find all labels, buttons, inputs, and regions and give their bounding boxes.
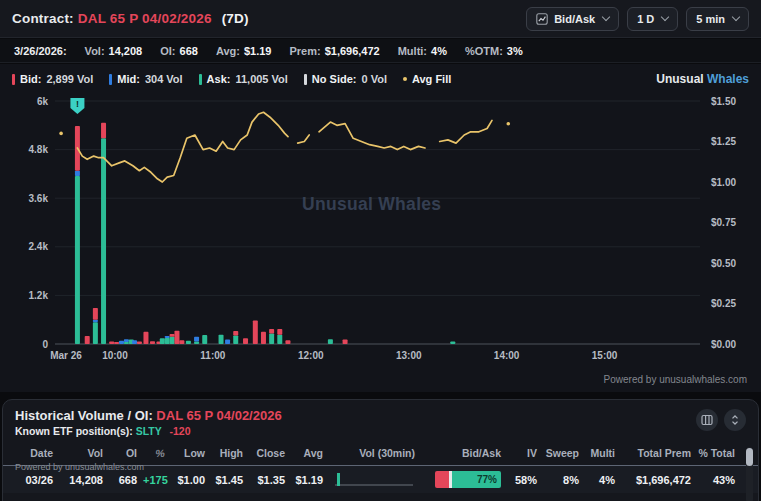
contract-value: DAL 65 P 04/02/2026 bbox=[78, 11, 212, 26]
chart-line-icon bbox=[536, 13, 548, 25]
panel-header: Historical Volume / OI: DAL 65 P 04/02/2… bbox=[3, 400, 758, 439]
svg-text:$0.00: $0.00 bbox=[711, 339, 736, 350]
table-cell: 43% bbox=[697, 474, 741, 486]
stat-value: 3% bbox=[507, 45, 523, 57]
column-header[interactable]: OI bbox=[109, 447, 143, 459]
column-header[interactable]: Vol bbox=[59, 447, 109, 459]
sort-arrows-icon bbox=[729, 414, 741, 426]
legend-swatch-icon bbox=[304, 74, 307, 85]
bid-segment bbox=[435, 471, 449, 488]
legend-label: Mid: bbox=[117, 73, 140, 85]
svg-text:Mar 26: Mar 26 bbox=[50, 350, 82, 361]
column-header[interactable]: Vol (30min) bbox=[329, 447, 421, 459]
table-cell: 03/26 bbox=[15, 474, 59, 486]
column-header[interactable]: Multi bbox=[585, 447, 621, 459]
table-cell: 58% bbox=[507, 474, 543, 486]
panel-title: Historical Volume / OI: DAL 65 P 04/02/2… bbox=[15, 408, 746, 423]
stat-value: 668 bbox=[180, 45, 198, 57]
powered-by-link-table[interactable]: Powered by unusualwhales.com bbox=[15, 462, 144, 472]
sparkline-baseline bbox=[335, 484, 413, 486]
columns-icon bbox=[701, 414, 713, 426]
stat-label: Vol: bbox=[85, 45, 105, 57]
stat-item: %OTM:3% bbox=[465, 45, 523, 57]
svg-text:11:00: 11:00 bbox=[200, 350, 225, 361]
legend-label: Bid: bbox=[20, 73, 41, 85]
vol-30min-sparkline bbox=[333, 471, 415, 489]
column-header[interactable]: Low bbox=[171, 447, 211, 459]
panel-actions bbox=[696, 409, 746, 431]
ask-segment: 77% bbox=[452, 471, 501, 488]
legend-item[interactable]: Bid:2,899 Vol bbox=[12, 73, 93, 85]
table-scrollbar[interactable] bbox=[746, 447, 753, 501]
chevron-down-icon bbox=[602, 13, 610, 21]
percent-change-column-icon[interactable]: % bbox=[142, 447, 172, 459]
stat-label: Avg: bbox=[216, 45, 240, 57]
svg-text:2.4k: 2.4k bbox=[29, 241, 49, 252]
dropdown-label: 1 D bbox=[637, 13, 654, 25]
etf-ticker-link[interactable]: SLTY bbox=[136, 425, 162, 437]
column-header[interactable]: Total Prem bbox=[621, 447, 697, 459]
column-header[interactable]: High bbox=[211, 447, 249, 459]
column-header[interactable]: Close bbox=[249, 447, 291, 459]
legend-value: 2,899 Vol bbox=[46, 73, 93, 85]
chart-type-dropdown[interactable]: Bid/Ask bbox=[526, 7, 619, 31]
chart-panel: Bid:2,899 VolMid:304 VolAsk:11,005 VolNo… bbox=[0, 64, 761, 392]
stat-item: Prem:$1,696,472 bbox=[289, 45, 379, 57]
svg-text:!: ! bbox=[76, 99, 79, 109]
svg-text:$0.50: $0.50 bbox=[711, 258, 736, 269]
svg-text:$1.00: $1.00 bbox=[711, 177, 736, 188]
legend-item[interactable]: Ask:11,005 Vol bbox=[199, 73, 288, 85]
table-cell: 668 bbox=[109, 474, 143, 486]
column-header[interactable]: % Total bbox=[697, 447, 741, 459]
stat-value: 4% bbox=[431, 45, 447, 57]
legend-item[interactable]: Mid:304 Vol bbox=[109, 73, 182, 85]
stat-item: Multi:4% bbox=[398, 45, 447, 57]
panel-title-contract: DAL 65 P 04/02/2026 bbox=[156, 408, 281, 423]
column-header[interactable]: Avg bbox=[291, 447, 329, 459]
legend-swatch-icon bbox=[109, 74, 112, 85]
svg-text:13:00: 13:00 bbox=[396, 350, 422, 361]
svg-text:12:00: 12:00 bbox=[298, 350, 324, 361]
sparkline-bar bbox=[337, 473, 340, 486]
legend-item[interactable]: Avg Fill bbox=[403, 73, 451, 85]
table-cell: $1.35 bbox=[249, 474, 291, 486]
column-header[interactable]: Date bbox=[15, 447, 59, 459]
powered-by-link[interactable]: Powered by unusualwhales.com bbox=[604, 374, 747, 385]
stat-label: Multi: bbox=[398, 45, 427, 57]
table-cell: 4% bbox=[585, 474, 621, 486]
svg-text:0: 0 bbox=[42, 339, 48, 350]
table-cell: 14,208 bbox=[59, 474, 109, 486]
svg-text:$0.75: $0.75 bbox=[711, 217, 736, 228]
options-chart-app: Contract: DAL 65 P 04/02/2026 (7D) Bid/A… bbox=[0, 0, 761, 501]
chart-area: 6k4.8k3.6k2.4k1.2k0$1.50$1.25$1.00$0.75$… bbox=[0, 88, 761, 392]
sort-button[interactable] bbox=[724, 409, 746, 431]
stat-label: Prem: bbox=[289, 45, 320, 57]
brand-right: Whales bbox=[707, 72, 749, 86]
panel-title-label: Historical Volume / OI: bbox=[15, 408, 153, 423]
svg-text:$1.50: $1.50 bbox=[711, 96, 736, 107]
legend-swatch-icon bbox=[403, 77, 407, 81]
legend-value: 0 Vol bbox=[361, 73, 386, 85]
header-bar: Contract: DAL 65 P 04/02/2026 (7D) Bid/A… bbox=[0, 0, 761, 38]
interval-dropdown[interactable]: 5 min bbox=[686, 7, 749, 31]
scrollbar-thumb[interactable] bbox=[746, 448, 753, 466]
column-header[interactable]: Sweep bbox=[543, 447, 585, 459]
column-header[interactable]: IV bbox=[507, 447, 543, 459]
legend-item[interactable]: No Side:0 Vol bbox=[304, 73, 387, 85]
stat-item: Vol:14,208 bbox=[85, 45, 143, 57]
svg-text:3.6k: 3.6k bbox=[29, 193, 49, 204]
stat-item: OI:668 bbox=[160, 45, 198, 57]
stat-label: %OTM: bbox=[465, 45, 503, 57]
table-cell: $1.19 bbox=[291, 474, 329, 486]
stats-items: Vol:14,208OI:668Avg:$1.19Prem:$1,696,472… bbox=[85, 45, 523, 57]
stat-value: $1,696,472 bbox=[325, 45, 380, 57]
column-header[interactable]: Bid/Ask bbox=[421, 447, 507, 459]
range-dropdown[interactable]: 1 D bbox=[627, 7, 678, 31]
svg-text:15:00: 15:00 bbox=[592, 350, 618, 361]
volume-price-chart: 6k4.8k3.6k2.4k1.2k0$1.50$1.25$1.00$0.75$… bbox=[0, 88, 761, 392]
stats-date: 3/26/2026: bbox=[14, 45, 67, 57]
legend-swatch-icon bbox=[199, 74, 202, 85]
columns-settings-button[interactable] bbox=[696, 409, 718, 431]
dropdown-label: 5 min bbox=[696, 13, 725, 25]
table-cell: $1.45 bbox=[211, 474, 249, 486]
